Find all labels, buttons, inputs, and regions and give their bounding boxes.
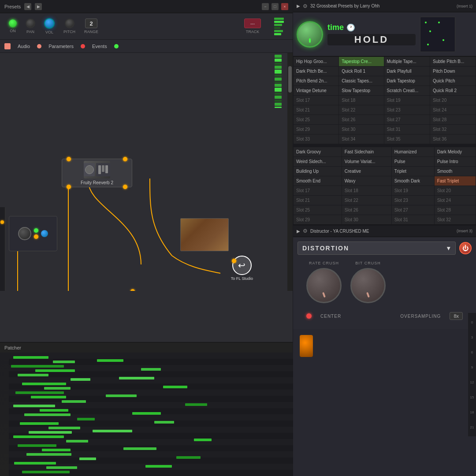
preset-cell[interactable]: Slot 23 (391, 196, 434, 205)
gb-main-knob[interactable] (297, 21, 323, 48)
preset-cell[interactable]: Creative (342, 167, 391, 176)
preset-cell[interactable]: Slot 27 (384, 115, 430, 125)
preset-cell[interactable]: Vintage Detune (294, 86, 339, 96)
preset-cell[interactable]: Fast Triplet (434, 176, 476, 186)
preset-cell[interactable]: Slot 19 (391, 186, 434, 196)
v-scrollbar-thumb[interactable] (288, 66, 292, 93)
preset-cell[interactable]: Slot 29 (294, 125, 339, 134)
preset-cell[interactable]: Slot 20 (430, 96, 476, 105)
preset-cell[interactable]: Slot 26 (339, 115, 384, 125)
on-control[interactable]: ON (9, 19, 17, 33)
preset-cell[interactable]: Pitch Down (430, 67, 476, 76)
preset-cell[interactable]: Dark Melody (434, 147, 476, 157)
dist-play-arrow[interactable]: ▶ (297, 229, 300, 234)
preset-cell[interactable]: Wavy (342, 176, 391, 186)
dist-gear-icon[interactable]: ⚙ (303, 228, 308, 234)
preset-cell[interactable]: Smooth End (294, 176, 342, 186)
gb-gear-icon[interactable]: ⚙ (303, 3, 308, 9)
preset-cell[interactable]: Pitch Bend 2n... (294, 76, 339, 86)
output-conn[interactable] (232, 259, 236, 263)
preset-cell[interactable]: Pulse Intro (434, 157, 476, 167)
preset-cell[interactable]: Slot 24 (434, 196, 476, 205)
preset-cell[interactable]: Slot 26 (342, 205, 391, 215)
preset-cell[interactable]: Slot 18 (339, 96, 384, 105)
conn-dot-1[interactable] (67, 157, 71, 161)
dist-power-button[interactable]: ⏻ (459, 242, 472, 254)
preset-cell[interactable]: Classic Tapes... (339, 76, 384, 86)
preset-cell[interactable]: Slot 32 (430, 125, 476, 134)
preset-cell[interactable]: Slot 17 (294, 186, 342, 196)
preset-cell[interactable]: Slot 32 (434, 215, 476, 225)
preset-cell[interactable]: Slot 33 (294, 134, 339, 144)
preset-cell[interactable]: Slot 20 (434, 186, 476, 196)
preset-cell[interactable]: Quick Roll 2 (430, 86, 476, 96)
preset-cell[interactable]: Quick Roll 1 (339, 67, 384, 76)
preset-cell[interactable]: Tapestop Cre... (339, 57, 384, 67)
range-value[interactable]: 2 (85, 19, 97, 28)
audio-tab[interactable]: Audio (18, 44, 30, 49)
preset-cell[interactable]: Slot 31 (391, 215, 434, 225)
track-control[interactable]: --- TRACK (244, 19, 261, 34)
track-value[interactable]: --- (244, 19, 261, 28)
on-indicator[interactable] (9, 19, 17, 27)
dist-oversample-value[interactable]: 8x (450, 312, 463, 320)
reeverb-plugin[interactable]: Fruity Reeverb 2 (62, 159, 132, 187)
preset-cell[interactable]: Subtle Pitch B... (430, 57, 476, 67)
rate-crush-knob[interactable] (306, 268, 342, 303)
output-node[interactable]: ↩ To FL Studio (231, 256, 253, 285)
conn-dot-4[interactable] (123, 185, 127, 189)
preset-cell[interactable]: Dark Tapestop (384, 76, 430, 86)
pitch-knob[interactable] (65, 19, 74, 28)
maximize-button[interactable]: □ (271, 3, 279, 10)
preset-cell[interactable]: Slot 24 (430, 105, 476, 115)
events-tab[interactable]: Events (92, 44, 107, 49)
dist-dropdown[interactable]: DISTORTION ▾ (298, 242, 456, 255)
close-button[interactable]: × (281, 3, 288, 10)
preset-cell[interactable]: Fast Sidechain (342, 147, 391, 157)
preset-cell[interactable]: Slot 18 (342, 186, 391, 196)
preset-cell[interactable]: Humanized (391, 147, 434, 157)
conn-dot-left[interactable] (0, 220, 4, 224)
preset-cell[interactable]: Weird Sidech... (294, 157, 342, 167)
pitch-control[interactable]: PITCH (63, 19, 75, 34)
conn-dot-3[interactable] (67, 185, 71, 189)
preset-cell[interactable]: Slot 29 (294, 215, 342, 225)
preset-cell[interactable]: Building Up (294, 167, 342, 176)
preset-cell[interactable]: Slot 21 (294, 105, 339, 115)
parameters-tab[interactable]: Parameters (48, 44, 74, 49)
preset-cell[interactable]: Slot 36 (430, 134, 476, 144)
conn-dot-2[interactable] (123, 157, 127, 161)
vol-control[interactable]: VOL (44, 18, 55, 34)
preset-cell[interactable]: Pulse (391, 157, 434, 167)
preset-cell[interactable]: Slot 35 (384, 134, 430, 144)
preset-cell[interactable]: Slot 17 (294, 96, 339, 105)
preset-cell[interactable]: Slot 30 (339, 125, 384, 134)
v-scrollbar[interactable] (287, 53, 293, 291)
preset-cell[interactable]: Slot 19 (384, 96, 430, 105)
bottom-plugin[interactable] (9, 216, 57, 251)
preset-cell[interactable]: Smooth Dark (391, 176, 434, 186)
preset-cell[interactable]: Dark Pitch Be... (294, 67, 339, 76)
small-knob-blue[interactable] (41, 230, 48, 237)
preset-cell[interactable]: Slot 22 (339, 105, 384, 115)
preset-cell[interactable]: Slot 28 (434, 205, 476, 215)
preset-cell[interactable]: Slot 28 (430, 115, 476, 125)
preset-cell[interactable]: Quick Pitch (430, 76, 476, 86)
preset-cell[interactable]: Triplet (391, 167, 434, 176)
preset-cell[interactable]: Slot 34 (339, 134, 384, 144)
dist-dropdown-arrow[interactable]: ▾ (447, 245, 451, 252)
preset-cell[interactable]: Scratch Creati... (384, 86, 430, 96)
stereo-conn-1[interactable] (130, 289, 135, 291)
preset-cell[interactable]: Dark Playfull (384, 67, 430, 76)
preset-cell[interactable]: Slot 23 (384, 105, 430, 115)
preset-cell[interactable]: Slot 31 (384, 125, 430, 134)
preset-cell[interactable]: Slot 22 (342, 196, 391, 205)
prev-button[interactable]: ◀ (24, 3, 31, 10)
preset-cell[interactable]: Smooth (434, 167, 476, 176)
preset-cell[interactable]: Hip Hop Groo... (294, 57, 339, 67)
range-control[interactable]: 2 RANGE (84, 19, 98, 34)
vol-knob[interactable] (44, 18, 55, 29)
pan-control[interactable]: PAN (26, 19, 35, 34)
preset-cell[interactable]: Slot 27 (391, 205, 434, 215)
next-button[interactable]: ▶ (35, 3, 42, 10)
